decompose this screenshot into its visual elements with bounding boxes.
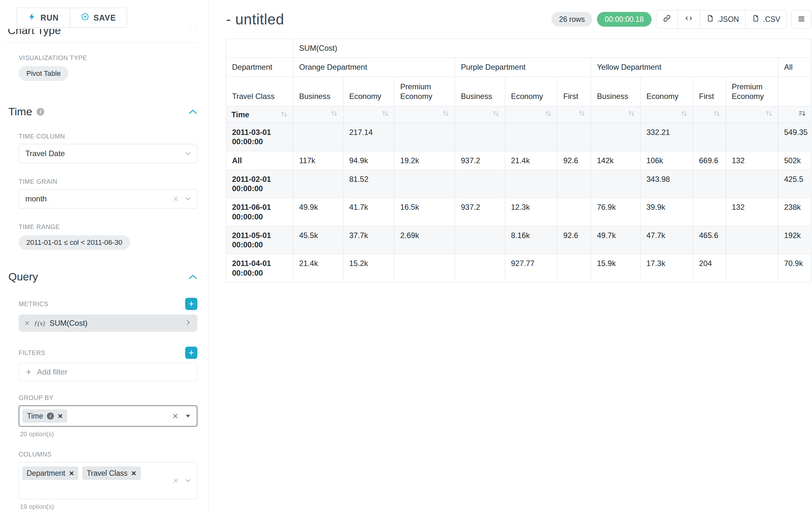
superset-explore-view: RUN SAVE Chart Type VISUALIZATION TYPE P… (0, 0, 812, 514)
travel-class-header: First (557, 77, 591, 106)
metric-label: SUM(Cost) (50, 319, 88, 328)
group-by-select[interactable]: Time i × × (19, 405, 197, 427)
cell-value: 937.2 (455, 151, 505, 170)
add-metric-button[interactable]: + (185, 298, 197, 310)
row-header: 2011-04-01 00:00:00 (226, 254, 293, 282)
filters-label: FILTERS (19, 349, 46, 357)
group-by-options-count: 20 option(s) (19, 431, 197, 438)
row-header: 2011-05-01 00:00:00 (226, 226, 293, 254)
viz-type-pill[interactable]: Pivot Table (19, 66, 68, 81)
sort-button[interactable] (641, 106, 693, 123)
cell-value: 217.14 (343, 123, 395, 151)
clear-icon[interactable]: × (173, 194, 178, 204)
chevron-down-icon[interactable] (184, 477, 192, 484)
remove-chip-icon[interactable]: × (131, 469, 136, 477)
sort-button[interactable] (693, 106, 726, 123)
columns-select[interactable]: Department × Travel Class × × (19, 462, 197, 499)
filters-field: FILTERS + + Add filter (0, 347, 208, 381)
link-icon (663, 14, 671, 24)
metric-item[interactable]: × ƒ(x) SUM(Cost) (19, 315, 197, 332)
sort-button[interactable] (505, 106, 557, 123)
sort-button-all-active[interactable] (778, 106, 811, 123)
travel-class-header: Business (293, 77, 343, 106)
travel-class-header: Premium Economy (395, 77, 455, 106)
cell-value: 49.9k (293, 198, 343, 226)
cell-value: 39.9k (641, 198, 693, 226)
time-grain-field: TIME GRAIN month × (0, 178, 208, 209)
sort-button[interactable] (293, 106, 343, 123)
share-link-button[interactable] (656, 10, 677, 28)
cell-value: 192k (778, 226, 811, 254)
cell-value: 49.7k (591, 226, 641, 254)
chevron-down-icon[interactable] (184, 150, 192, 157)
chevron-up-icon[interactable] (188, 274, 197, 280)
cell-value: 47.7k (641, 226, 693, 254)
sort-button[interactable] (455, 106, 505, 123)
metrics-label: METRICS (19, 300, 49, 308)
menu-button[interactable] (791, 10, 811, 29)
pivot-table: SUM(Cost) Department Orange Department P… (226, 38, 811, 282)
clear-icon[interactable]: × (172, 411, 178, 421)
time-range-pill[interactable]: 2011-01-01 ≤ col < 2011-06-30 (19, 235, 130, 250)
sort-control-time[interactable]: Time (226, 106, 293, 123)
chip-label: Travel Class (87, 469, 127, 478)
department-label-cell: Department (226, 58, 293, 77)
sort-button[interactable] (557, 106, 591, 123)
group-by-label: GROUP BY (19, 394, 197, 402)
run-button[interactable]: RUN (17, 8, 70, 27)
cell-value: 41.7k (343, 198, 395, 226)
time-section-title: Time (8, 105, 32, 118)
row-header: All (226, 151, 293, 170)
cell-value (395, 254, 455, 282)
chip-label: Department (27, 469, 65, 478)
cell-value: 937.2 (455, 198, 505, 226)
export-csv-button[interactable]: .CSV (745, 10, 787, 28)
group-by-chip[interactable]: Time i × (23, 409, 67, 423)
cell-value: 70.9k (778, 254, 811, 282)
export-csv-label: .CSV (763, 15, 780, 24)
cell-value: 669.6 (693, 151, 726, 170)
sort-button[interactable] (395, 106, 455, 123)
run-button-label: RUN (40, 13, 59, 23)
sort-button[interactable] (591, 106, 641, 123)
cell-value (693, 123, 726, 151)
caret-down-icon[interactable] (184, 412, 192, 420)
chevron-down-icon[interactable] (184, 195, 192, 203)
cell-value (726, 123, 778, 151)
remove-chip-icon[interactable]: × (58, 412, 63, 420)
query-section-header[interactable]: Query (8, 270, 197, 283)
columns-chip-department[interactable]: Department × (22, 466, 78, 480)
cell-value: 425.5 (778, 170, 811, 198)
chevron-right-icon[interactable] (184, 319, 192, 327)
remove-chip-icon[interactable]: × (69, 469, 74, 477)
time-column-select[interactable]: Travel Date (19, 144, 197, 163)
remove-metric-icon[interactable]: × (24, 319, 30, 328)
group-by-field: GROUP BY Time i × × 20 option(s) (0, 394, 208, 438)
columns-chip-travel-class[interactable]: Travel Class × (82, 466, 141, 480)
add-filter-button[interactable]: + Add filter (19, 363, 197, 381)
chart-header-actions: 26 rows 00:00:00.18 (551, 10, 811, 29)
chevron-up-icon[interactable] (188, 109, 197, 115)
time-grain-select[interactable]: month × (19, 189, 197, 209)
view-query-button[interactable] (677, 10, 700, 28)
file-icon (752, 14, 760, 24)
sort-button[interactable] (343, 106, 395, 123)
save-button[interactable]: SAVE (70, 8, 127, 27)
time-range-label: TIME RANGE (19, 223, 197, 231)
add-filter-label: Add filter (37, 368, 67, 377)
cell-value (455, 226, 505, 254)
add-filter-plus-button[interactable]: + (185, 347, 197, 359)
cell-value: 92.6 (557, 151, 591, 170)
time-section-header[interactable]: Time i (8, 105, 197, 118)
cell-value (557, 170, 591, 198)
sort-button[interactable] (726, 106, 778, 123)
clear-icon[interactable]: × (173, 476, 178, 485)
table-row: 2011-02-01 00:00:0081.52343.98425.5 (226, 170, 811, 198)
export-json-button[interactable]: .JSON (700, 10, 746, 28)
travel-class-header: Economy (343, 77, 395, 106)
department-group-orange: Orange Department (293, 58, 455, 77)
function-icon: ƒ(x) (34, 319, 45, 327)
sort-icon[interactable] (280, 110, 288, 118)
cell-value: 204 (693, 254, 726, 282)
travel-class-header-row: Travel Class BusinessEconomyPremium Econ… (226, 77, 811, 106)
